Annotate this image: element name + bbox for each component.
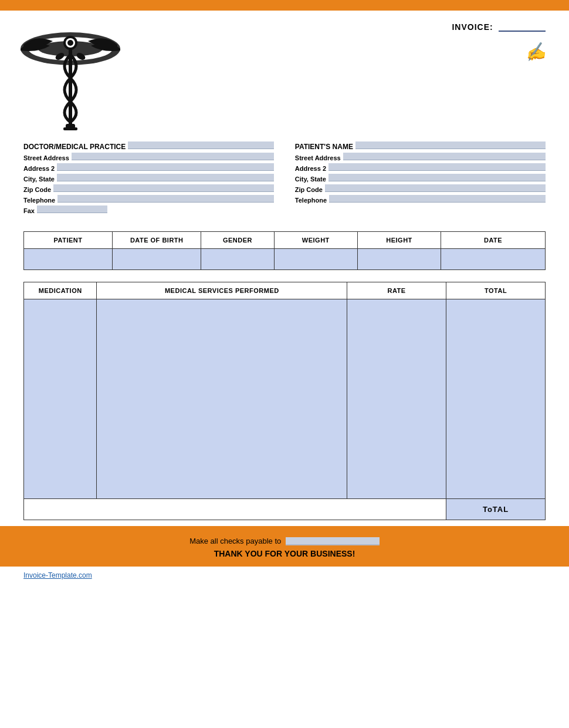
patient-table-section: PATIENT DATE OF BIRTH GENDER WEIGHT HEIG… bbox=[0, 225, 569, 276]
payable-to-field bbox=[286, 537, 380, 545]
patient-zip-field bbox=[325, 184, 546, 192]
total-label: ToTAL bbox=[446, 501, 545, 517]
logo-area bbox=[18, 16, 135, 136]
svg-point-6 bbox=[67, 40, 73, 46]
top-orange-bar bbox=[0, 0, 569, 11]
invoice-label: INVOICE: bbox=[452, 22, 493, 32]
doctor-fax-label: Fax bbox=[23, 207, 35, 214]
td-patient bbox=[24, 249, 113, 270]
th-date: DATE bbox=[441, 232, 546, 249]
td-services bbox=[97, 299, 347, 499]
td-medication bbox=[24, 299, 97, 499]
td-gender bbox=[201, 249, 274, 270]
doctor-street-field bbox=[72, 153, 274, 160]
doctor-label: DOCTOR/MEDICAL PRACTICE bbox=[23, 143, 126, 151]
patient-street-label: Street Address bbox=[295, 154, 341, 161]
td-rate bbox=[347, 299, 446, 499]
doctor-zip-label: Zip Code bbox=[23, 186, 51, 193]
th-weight: WEIGHT bbox=[274, 232, 357, 249]
caduceus-icon bbox=[18, 16, 123, 134]
services-main-row bbox=[24, 299, 546, 499]
doctor-zip-field bbox=[53, 184, 274, 192]
th-medication: MEDICATION bbox=[24, 282, 97, 299]
td-dob bbox=[113, 249, 201, 270]
doctor-street-label: Street Address bbox=[23, 154, 69, 161]
patient-city-label: City, State bbox=[295, 176, 326, 183]
patient-address2-field bbox=[328, 163, 546, 171]
patient-tel-row: Telephone bbox=[295, 195, 546, 204]
services-total-row: ToTAL bbox=[24, 499, 546, 520]
td-grand-total: ToTAL bbox=[446, 499, 546, 520]
doctor-city-label: City, State bbox=[23, 176, 55, 183]
th-dob: DATE OF BIRTH bbox=[113, 232, 201, 249]
patient-zip-label: Zip Code bbox=[295, 186, 323, 193]
patient-table: PATIENT DATE OF BIRTH GENDER WEIGHT HEIG… bbox=[23, 231, 546, 270]
doctor-city-field bbox=[57, 174, 274, 181]
patient-address2-label: Address 2 bbox=[295, 165, 326, 172]
td-total-label-area bbox=[24, 499, 446, 520]
svg-rect-10 bbox=[63, 127, 77, 130]
th-total: TOTAL bbox=[446, 282, 546, 299]
th-rate: RATE bbox=[347, 282, 446, 299]
doctor-address2-row: Address 2 bbox=[23, 163, 274, 172]
invoice-number-field bbox=[499, 31, 546, 32]
patient-name-row: PATIENT'S NAME bbox=[295, 141, 546, 151]
doctor-fax-row: Fax bbox=[23, 205, 274, 214]
signature-icon: ✍ bbox=[523, 41, 547, 63]
th-gender: GENDER bbox=[201, 232, 274, 249]
doctor-street-row: Street Address bbox=[23, 153, 274, 161]
signature-area: ✍ bbox=[452, 42, 546, 62]
doctor-fax-field bbox=[37, 205, 107, 213]
doctor-zip-row: Zip Code bbox=[23, 184, 274, 193]
td-height bbox=[357, 249, 441, 270]
services-header-row: MEDICATION MEDICAL SERVICES PERFORMED RA… bbox=[24, 282, 546, 299]
doctor-tel-row: Telephone bbox=[23, 195, 274, 204]
doctor-tel-field bbox=[57, 195, 274, 203]
thank-you-text: THANK YOU FOR YOUR BUSINESS! bbox=[23, 549, 546, 558]
th-height: HEIGHT bbox=[357, 232, 441, 249]
services-table: MEDICATION MEDICAL SERVICES PERFORMED RA… bbox=[23, 282, 546, 520]
patient-address2-row: Address 2 bbox=[295, 163, 546, 172]
td-date bbox=[441, 249, 546, 270]
patient-city-row: City, State bbox=[295, 174, 546, 183]
doctor-address2-label: Address 2 bbox=[23, 165, 55, 172]
td-weight bbox=[274, 249, 357, 270]
patient-address-block: PATIENT'S NAME Street Address Address 2 … bbox=[295, 141, 546, 216]
th-patient: PATIENT bbox=[24, 232, 113, 249]
patient-tel-field bbox=[329, 195, 546, 203]
td-total-amount bbox=[446, 299, 546, 499]
doctor-city-row: City, State bbox=[23, 174, 274, 183]
doctor-tel-label: Telephone bbox=[23, 197, 55, 204]
patient-table-data-row bbox=[24, 249, 546, 270]
doctor-address-block: DOCTOR/MEDICAL PRACTICE Street Address A… bbox=[23, 141, 274, 216]
patient-tel-label: Telephone bbox=[295, 197, 327, 204]
footer-link-text[interactable]: Invoice-Template.com bbox=[23, 571, 92, 579]
invoice-label-row: INVOICE: bbox=[452, 22, 546, 32]
footer-link[interactable]: Invoice-Template.com bbox=[0, 567, 569, 584]
checks-payable-row: Make all checks payable to bbox=[23, 537, 546, 545]
patient-zip-row: Zip Code bbox=[295, 184, 546, 193]
patient-label: PATIENT'S NAME bbox=[295, 143, 353, 151]
checks-payable-text: Make all checks payable to bbox=[189, 537, 281, 545]
th-services: MEDICAL SERVICES PERFORMED bbox=[97, 282, 347, 299]
patient-street-field bbox=[343, 153, 546, 160]
footer-section: Make all checks payable to THANK YOU FOR… bbox=[0, 526, 569, 567]
doctor-address2-field bbox=[57, 163, 274, 171]
patient-name-field bbox=[355, 141, 546, 149]
doctor-name-field bbox=[128, 141, 274, 149]
patient-table-header-row: PATIENT DATE OF BIRTH GENDER WEIGHT HEIG… bbox=[24, 232, 546, 249]
patient-street-row: Street Address bbox=[295, 153, 546, 161]
invoice-area: INVOICE: ✍ bbox=[452, 16, 546, 62]
services-table-section: MEDICATION MEDICAL SERVICES PERFORMED RA… bbox=[0, 276, 569, 526]
patient-city-field bbox=[328, 174, 546, 181]
address-section: DOCTOR/MEDICAL PRACTICE Street Address A… bbox=[0, 136, 569, 225]
header-section: INVOICE: ✍ bbox=[0, 11, 569, 136]
doctor-name-row: DOCTOR/MEDICAL PRACTICE bbox=[23, 141, 274, 151]
